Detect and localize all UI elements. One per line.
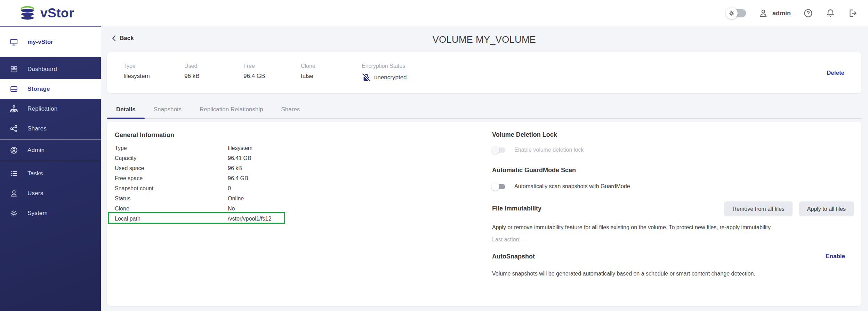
- immutability-last-action: Last action: –: [492, 237, 525, 243]
- guardmode-scan-title: Automatic GuardMode Scan: [492, 167, 576, 174]
- user-menu[interactable]: admin: [758, 8, 791, 18]
- immutability-description: Apply or remove immutability feature for…: [492, 224, 772, 231]
- summary-fields: Type filesystem Used 96 kB Free 96.4 GB …: [107, 52, 861, 82]
- volume-summary-card: Type filesystem Used 96 kB Free 96.4 GB …: [107, 52, 861, 93]
- general-information-table: Type filesystem Capacity 96.41 GB Used s…: [115, 143, 351, 224]
- tab-details[interactable]: Details: [107, 101, 145, 118]
- immutability-buttons: Remove from all files Apply to all files: [724, 201, 854, 216]
- sidebar-item-label: Shares: [27, 125, 47, 132]
- remove-from-all-files-button[interactable]: Remove from all files: [724, 201, 792, 216]
- autosnapshot-title: AutoSnapshot: [492, 253, 535, 260]
- sidebar-item-label: Storage: [27, 86, 50, 93]
- storage-icon: [10, 85, 18, 93]
- monitor-icon: [10, 38, 18, 47]
- summary-field-encryption: Encryption Status unencrypted: [362, 63, 407, 82]
- sidebar-item-system[interactable]: System: [0, 203, 101, 223]
- tab-replication-relationship[interactable]: Replication Relationship: [191, 101, 272, 118]
- volume-tabs: Details Snapshots Replication Relationsh…: [107, 101, 861, 119]
- help-button[interactable]: [803, 8, 813, 18]
- deletion-lock-toggle-label: Enable volume deletion lock: [514, 147, 584, 153]
- shares-icon: [10, 125, 18, 133]
- vstor-logo-text: vStor: [40, 6, 74, 21]
- info-row-capacity: Capacity 96.41 GB: [115, 153, 351, 163]
- sidebar-divider: [0, 161, 101, 161]
- summary-field-type: Type filesystem: [123, 63, 184, 82]
- user-name: admin: [772, 10, 791, 17]
- autosnapshot-description: Volume snapshots will be generated autom…: [492, 271, 755, 277]
- sidebar-item-shares[interactable]: Shares: [0, 119, 101, 138]
- header-actions: admin: [728, 8, 858, 18]
- theme-toggle-gear-icon: [726, 7, 738, 19]
- sidebar-item-label: Tasks: [27, 170, 43, 177]
- system-icon: [10, 209, 18, 217]
- info-row-free-space: Free space 96.4 GB: [115, 173, 351, 183]
- deletion-lock-toggle[interactable]: [492, 147, 505, 153]
- sidebar-nav: Dashboard Storage: [0, 59, 101, 223]
- dashboard-icon: [10, 65, 18, 73]
- sidebar-item-dashboard[interactable]: Dashboard: [0, 59, 101, 79]
- apply-to-all-files-button[interactable]: Apply to all files: [799, 201, 854, 216]
- vstor-logo[interactable]: vStor: [19, 6, 74, 21]
- delete-volume-button[interactable]: Delete: [827, 70, 844, 77]
- info-row-status: Status Online: [115, 193, 351, 204]
- logout-button[interactable]: [848, 8, 858, 18]
- summary-field-clone: Clone false: [301, 63, 362, 82]
- volume-deletion-lock-title: Volume Deletion Lock: [492, 131, 557, 138]
- file-immutability-title: File Immutability: [492, 205, 541, 212]
- sidebar-item-tasks[interactable]: Tasks: [0, 164, 101, 183]
- info-row-local-path: Local path /vstor/vpool1/fs12: [115, 214, 351, 224]
- sidebar-item-label: Replication: [27, 105, 57, 112]
- tab-shares[interactable]: Shares: [272, 101, 309, 118]
- main-content: Back VOLUME MY_VOLUME Type filesystem Us…: [101, 26, 868, 311]
- unencrypted-lock-icon: [362, 73, 371, 82]
- summary-field-used: Used 96 kB: [184, 63, 243, 82]
- summary-field-free: Free 96.4 GB: [243, 63, 301, 82]
- sidebar-item-label: System: [27, 210, 48, 217]
- sidebar-item-label: my-vStor: [27, 39, 53, 46]
- info-row-used-space: Used space 96 kB: [115, 163, 351, 173]
- sidebar-item-users[interactable]: Users: [0, 183, 101, 203]
- info-row-type: Type filesystem: [115, 143, 351, 153]
- deletion-lock-toggle-row: Enable volume deletion lock: [492, 147, 584, 153]
- guardmode-toggle[interactable]: [492, 184, 505, 189]
- encryption-status-value: unencrypted: [374, 74, 407, 81]
- guardmode-toggle-row: Automatically scan snapshots with GuardM…: [492, 183, 630, 190]
- sidebar-item-my-vstor[interactable]: my-vStor: [0, 27, 101, 57]
- sidebar-item-storage[interactable]: Storage: [0, 79, 101, 99]
- page-title: VOLUME MY_VOLUME: [107, 34, 861, 45]
- notifications-button[interactable]: [826, 8, 835, 18]
- tasks-icon: [10, 169, 18, 178]
- details-panel: General Information Type filesystem Capa…: [107, 122, 861, 306]
- users-icon: [10, 189, 18, 198]
- theme-toggle[interactable]: [728, 9, 746, 17]
- autosnapshot-enable-button[interactable]: Enable: [826, 253, 845, 260]
- top-header: vStor: [0, 0, 868, 26]
- sidebar-item-label: Users: [27, 190, 43, 197]
- guardmode-toggle-label: Automatically scan snapshots with GuardM…: [514, 183, 630, 190]
- sidebar: my-vStor Dashboard: [0, 26, 101, 311]
- user-icon: [758, 8, 768, 18]
- admin-icon: [10, 146, 18, 154]
- sidebar-item-label: Admin: [27, 147, 45, 154]
- sidebar-item-label: Dashboard: [27, 66, 57, 73]
- sidebar-item-admin[interactable]: Admin: [0, 140, 101, 160]
- sidebar-divider: [0, 139, 101, 139]
- sidebar-item-replication[interactable]: Replication: [0, 99, 101, 119]
- tab-snapshots[interactable]: Snapshots: [145, 101, 191, 118]
- volume-options-column: Volume Deletion Lock Enable volume delet…: [492, 122, 854, 306]
- general-information-title: General Information: [115, 131, 174, 139]
- vstor-app: vStor: [0, 0, 868, 311]
- replication-icon: [10, 105, 18, 113]
- info-row-clone: Clone No: [115, 204, 351, 214]
- info-row-snapshot-count: Snapshot count 0: [115, 183, 351, 193]
- vstor-logo-disk-icon: [19, 6, 35, 21]
